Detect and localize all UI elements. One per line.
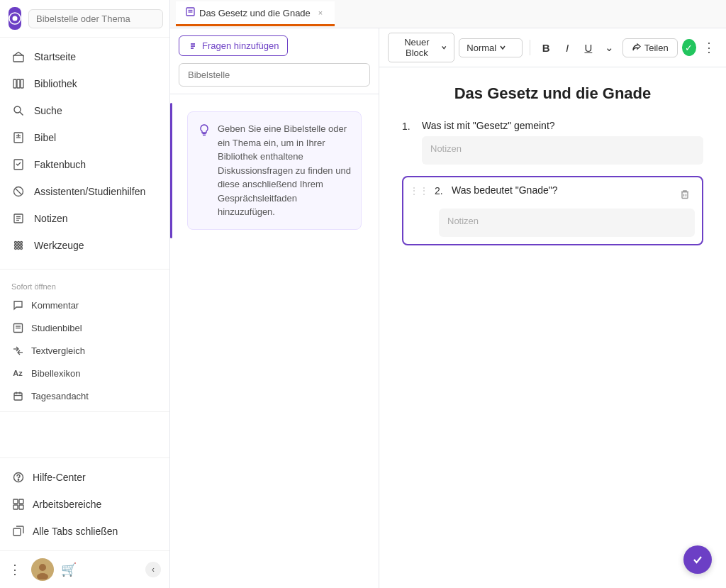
toolbar-divider: [530, 40, 530, 55]
svg-rect-2: [13, 55, 23, 62]
sofort-section: Sofort öffnen Kommentar Studienbibel Tex…: [0, 274, 169, 407]
more-options-button[interactable]: ⋮: [700, 38, 717, 57]
workspaces-icon: [11, 497, 26, 511]
lightbulb-icon: [198, 123, 211, 219]
svg-point-20: [18, 242, 20, 244]
logo-icon: [9, 7, 21, 30]
sidebar-item-alle-tabs[interactable]: Alle Tabs schließen: [0, 518, 169, 545]
notes-icon: [11, 211, 26, 226]
sidebar-item-assistenten[interactable]: Assistenten/Studienhilfen: [0, 178, 169, 205]
question-number-1: 1.: [402, 120, 416, 132]
quick-bibellexikon[interactable]: Az Bibellexikon: [0, 362, 169, 384]
sidebar-item-arbeitsbereiche[interactable]: Arbeitsbereiche: [0, 491, 169, 518]
bold-button[interactable]: B: [537, 38, 554, 57]
add-questions-button[interactable]: Fragen hinzufügen: [179, 35, 288, 56]
sidebar-nav: Startseite Bibliothek Suche Bibel Fakten…: [0, 38, 169, 265]
quick-tagesandacht[interactable]: Tagesandacht: [0, 384, 169, 407]
svg-rect-4: [17, 79, 20, 88]
avatar: [31, 558, 54, 581]
bibellexikon-icon: Az: [11, 367, 24, 379]
question-number-2: 2.: [435, 184, 449, 196]
sidebar-item-faktenbuch[interactable]: Faktenbuch: [0, 151, 169, 178]
tagesandacht-icon: [11, 389, 24, 402]
quick-label: Studienbibel: [31, 323, 82, 333]
question-text-1[interactable]: Was ist mit "Gesetz" gemeint?: [422, 120, 703, 131]
sidebar-item-startseite[interactable]: Startseite: [0, 43, 169, 70]
home-icon: [11, 50, 26, 64]
cart-icon[interactable]: 🛒: [61, 562, 77, 577]
svg-point-38: [18, 479, 18, 480]
tab-label: Das Gesetz und die Gnade: [199, 8, 311, 18]
sidebar-divider: [0, 269, 169, 270]
delete-question-button[interactable]: [675, 184, 695, 204]
factbook-icon: [11, 157, 26, 172]
sidebar-item-suche[interactable]: Suche: [0, 97, 169, 124]
svg-point-26: [18, 248, 20, 250]
search-icon: [11, 104, 26, 118]
textvergleich-icon: [11, 344, 24, 357]
style-dropdown[interactable]: Normal: [459, 38, 523, 57]
notes-field-2[interactable]: Notizen: [439, 209, 695, 237]
sidebar-item-notizen[interactable]: Notizen: [0, 205, 169, 232]
share-label: Teilen: [644, 43, 669, 53]
svg-point-23: [18, 245, 20, 247]
search-verse-input[interactable]: [179, 63, 370, 87]
underline-button[interactable]: U: [580, 38, 597, 57]
sidebar-divider-2: [0, 411, 169, 412]
svg-point-45: [39, 564, 46, 571]
close-tabs-icon: [11, 524, 26, 538]
svg-rect-39: [13, 499, 18, 504]
new-block-button[interactable]: Neuer Block: [388, 33, 454, 62]
right-panel: Neuer Block Normal B I U ⌄ Teilen ✓ ⋮: [379, 28, 726, 588]
sidebar-item-label: Notizen: [34, 213, 67, 224]
main-content: Das Gesetz und die Gnade × Fragen hinzuf…: [170, 0, 726, 588]
svg-point-27: [21, 248, 23, 250]
studienbibel-icon: [11, 321, 24, 334]
question-text-2[interactable]: Was bedeutet "Gnade"?: [452, 184, 672, 196]
quick-kommentar[interactable]: Kommentar: [0, 294, 169, 316]
sidebar-item-label: Werkzeuge: [34, 240, 84, 251]
sidebar-item-label: Bibliothek: [34, 78, 77, 89]
share-button[interactable]: Teilen: [622, 38, 678, 57]
bible-icon: [11, 131, 26, 145]
tab-gesetz-gnade[interactable]: Das Gesetz und die Gnade ×: [176, 1, 335, 26]
tools-icon: [11, 238, 26, 253]
bottom-item-label: Arbeitsbereiche: [33, 499, 101, 510]
sidebar-footer: ⋮ 🛒 ‹: [0, 550, 169, 588]
svg-rect-43: [13, 528, 21, 536]
footer-dots-icon[interactable]: ⋮: [9, 562, 21, 577]
document-title[interactable]: Das Gesetz und die Gnade: [402, 84, 703, 103]
drag-handle-icon[interactable]: ⋮⋮: [409, 184, 429, 196]
quick-label: Kommentar: [31, 300, 79, 311]
sidebar-item-hilfe[interactable]: Hilfe-Center: [0, 464, 169, 491]
notes-field-1[interactable]: Notizen: [422, 136, 703, 165]
search-input[interactable]: [28, 9, 163, 28]
hint-text: Geben Sie eine Bibelstelle oder ein Them…: [218, 122, 351, 219]
italic-button[interactable]: I: [559, 38, 576, 57]
question-row-2: ⋮⋮ 2. Was bedeutet "Gnade"?: [409, 184, 695, 204]
sidebar-item-werkzeuge[interactable]: Werkzeuge: [0, 232, 169, 259]
sidebar-logo-area: [0, 0, 169, 38]
help-icon: [11, 470, 26, 484]
tab-close-button[interactable]: ×: [316, 8, 325, 18]
question-block-1: 1. Was ist mit "Gesetz" gemeint? Notizen: [402, 120, 703, 165]
content-area: Fragen hinzufügen Geben Sie eine Bibelst…: [170, 28, 726, 588]
quick-label: Textvergleich: [31, 345, 85, 356]
sidebar-item-label: Faktenbuch: [34, 159, 86, 170]
fab-button[interactable]: [683, 545, 712, 574]
svg-rect-3: [13, 79, 16, 88]
svg-rect-42: [19, 505, 23, 509]
svg-point-22: [15, 245, 17, 247]
kommentar-icon: [11, 299, 24, 311]
quick-textvergleich[interactable]: Textvergleich: [0, 339, 169, 362]
collapse-sidebar-button[interactable]: ‹: [145, 562, 161, 577]
sidebar-item-bibel[interactable]: Bibel: [0, 124, 169, 151]
quick-studienbibel[interactable]: Studienbibel: [0, 316, 169, 339]
tab-doc-icon: [186, 7, 195, 18]
svg-point-19: [15, 242, 17, 244]
sidebar-item-bibliothek[interactable]: Bibliothek: [0, 70, 169, 97]
svg-point-21: [21, 242, 23, 244]
more-format-button[interactable]: ⌄: [601, 38, 618, 57]
svg-rect-40: [19, 499, 23, 504]
hint-card: Geben Sie eine Bibelstelle oder ein Them…: [187, 111, 362, 230]
